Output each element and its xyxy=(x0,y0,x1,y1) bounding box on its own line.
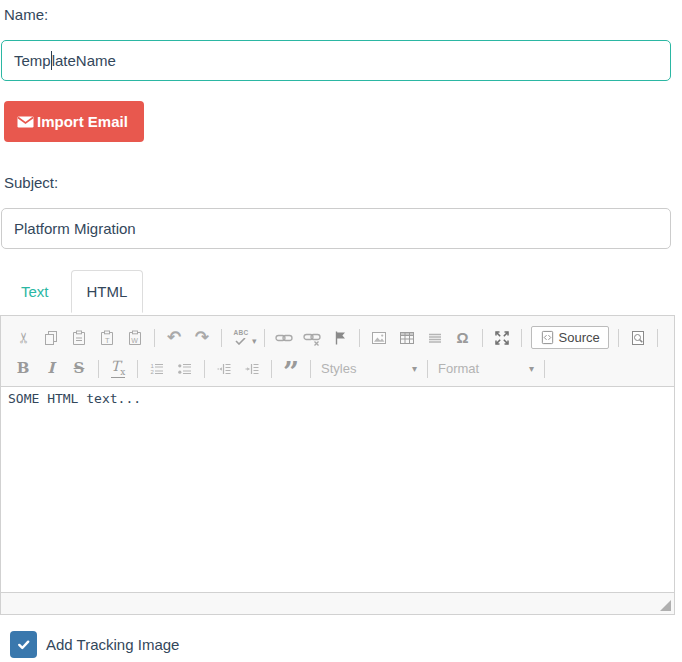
checkmark-icon xyxy=(16,637,31,652)
tab-html[interactable]: HTML xyxy=(71,270,144,313)
subject-input[interactable] xyxy=(1,208,671,249)
paste-word-icon[interactable]: W xyxy=(123,326,147,350)
copy-icon[interactable] xyxy=(39,326,63,350)
import-email-label: Import Email xyxy=(37,113,128,130)
styles-dropdown[interactable]: Styles▾ xyxy=(316,361,422,376)
paste-text-icon[interactable]: T xyxy=(95,326,119,350)
name-input[interactable]: TemplateName xyxy=(1,40,671,81)
tab-html-label: HTML xyxy=(87,283,128,300)
italic-icon[interactable]: I xyxy=(39,357,63,381)
outdent-icon[interactable] xyxy=(212,357,236,381)
toolbar-row-2: BISTx12”Styles▾Format▾ xyxy=(9,354,666,383)
maximize-icon[interactable] xyxy=(490,326,514,350)
strikethrough-icon[interactable]: S xyxy=(67,357,91,381)
spellcheck-caret-icon[interactable]: ▾ xyxy=(252,336,257,346)
tracking-row: Add Tracking Image xyxy=(10,631,682,658)
preview-icon[interactable] xyxy=(626,326,650,350)
table-icon[interactable] xyxy=(395,326,419,350)
redo-icon[interactable]: ↷ xyxy=(190,326,214,350)
toolbar-separator xyxy=(98,360,99,378)
spellcheck-icon[interactable]: ABC xyxy=(229,326,253,350)
resize-grip-icon[interactable] xyxy=(660,600,671,611)
toolbar-separator xyxy=(204,360,205,378)
bold-icon[interactable]: B xyxy=(11,357,35,381)
name-input-pre: Temp xyxy=(14,52,51,69)
name-input-post: lateName xyxy=(52,52,116,69)
toolbar-separator xyxy=(154,329,155,347)
import-email-button[interactable]: Import Email xyxy=(4,101,144,142)
svg-text:W: W xyxy=(131,337,138,344)
source-button[interactable]: Source xyxy=(531,326,609,349)
toolbar-separator xyxy=(359,329,360,347)
toolbar-separator xyxy=(264,329,265,347)
cut-icon[interactable]: ✂ xyxy=(11,326,35,350)
toolbar-separator xyxy=(544,360,545,378)
html-editor: ✂TW↶↷ABC▾ΩSource BISTx12”Styles▾Format▾ … xyxy=(0,315,675,615)
format-dropdown[interactable]: Format▾ xyxy=(433,361,539,376)
anchor-icon[interactable] xyxy=(328,326,352,350)
image-icon[interactable] xyxy=(367,326,391,350)
toolbar-separator xyxy=(521,329,522,347)
toolbar-separator xyxy=(310,360,311,378)
add-tracking-label: Add Tracking Image xyxy=(46,636,179,653)
undo-icon[interactable]: ↶ xyxy=(162,326,186,350)
blockquote-icon[interactable]: ” xyxy=(279,357,303,381)
indent-icon[interactable] xyxy=(240,357,264,381)
envelope-icon xyxy=(17,116,34,128)
numbered-list-icon[interactable]: 12 xyxy=(145,357,169,381)
unlink-icon[interactable] xyxy=(300,326,324,350)
editor-toolbar: ✂TW↶↷ABC▾ΩSource BISTx12”Styles▾Format▾ xyxy=(1,316,674,387)
svg-text:T: T xyxy=(105,336,110,345)
toolbar-separator xyxy=(657,329,658,347)
toolbar-separator xyxy=(618,329,619,347)
toolbar-separator xyxy=(137,360,138,378)
tab-text-label: Text xyxy=(21,283,49,300)
template-editor-page: Name: TemplateName Import Email Subject:… xyxy=(0,0,682,658)
tab-bar: Text HTML xyxy=(0,270,682,313)
toolbar-row-1: ✂TW↶↷ABC▾ΩSource xyxy=(9,321,666,354)
paste-icon[interactable] xyxy=(67,326,91,350)
link-icon[interactable] xyxy=(272,326,296,350)
horizontal-rule-icon[interactable] xyxy=(423,326,447,350)
toolbar-separator xyxy=(221,329,222,347)
toolbar-separator xyxy=(271,360,272,378)
editor-status-bar xyxy=(1,592,674,614)
tab-text[interactable]: Text xyxy=(5,270,65,313)
add-tracking-checkbox[interactable] xyxy=(10,631,37,658)
bulleted-list-icon[interactable] xyxy=(173,357,197,381)
name-label: Name: xyxy=(4,5,682,25)
svg-text:2: 2 xyxy=(151,369,155,375)
subject-label: Subject: xyxy=(4,173,682,193)
remove-format-icon[interactable]: Tx xyxy=(106,357,130,381)
toolbar-separator xyxy=(427,360,428,378)
svg-text:1: 1 xyxy=(151,362,155,368)
source-textarea[interactable]: SOME HTML text... xyxy=(1,387,674,592)
special-char-icon[interactable]: Ω xyxy=(451,326,475,350)
toolbar-separator xyxy=(482,329,483,347)
